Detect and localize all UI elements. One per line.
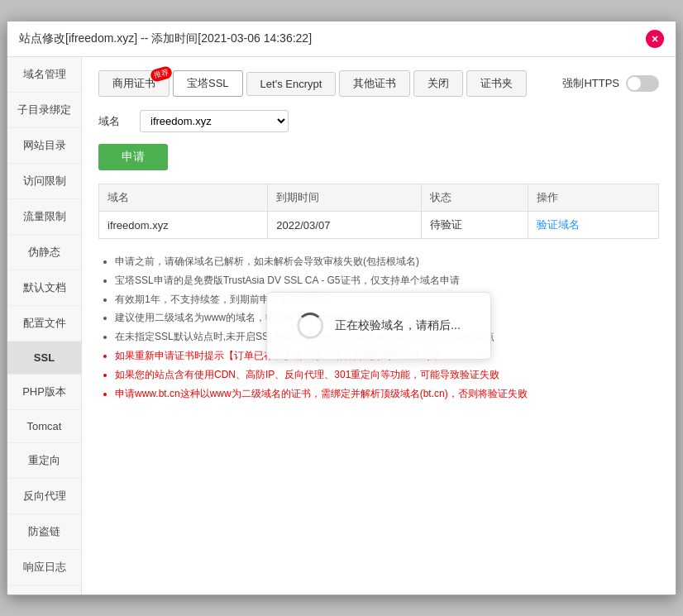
loading-overlay: 正在校验域名，请稍后... [266, 292, 491, 360]
tab-Let's Encrypt[interactable]: Let's Encrypt [246, 72, 337, 96]
modal-header: 站点修改[ifreedom.xyz] -- 添加时间[2021-03-06 14… [7, 21, 676, 57]
tabs-row: 商用证书推荐宝塔SSLLet's Encrypt其他证书关闭证书夹强制HTTPS [98, 70, 659, 97]
col-域名: 域名 [99, 184, 268, 212]
force-https-toggle[interactable] [626, 75, 659, 92]
notes-item: 如果您的站点含有使用CDN、高防IP、反向代理、301重定向等功能，可能导致验证… [115, 365, 659, 384]
domain-label: 域名 [98, 114, 131, 129]
main-content: 商用证书推荐宝塔SSLLet's Encrypt其他证书关闭证书夹强制HTTPS… [82, 57, 676, 595]
tab-宝塔SSL[interactable]: 宝塔SSL [173, 70, 243, 97]
tab-商用证书[interactable]: 商用证书推荐 [98, 70, 170, 97]
notes-item: 申请之前，请确保域名已解析，如未解析会导致审核失败(包括根域名) [115, 252, 659, 271]
sidebar-item-Tomcat[interactable]: Tomcat [7, 410, 81, 443]
sidebar-item-伪静态[interactable]: 伪静态 [7, 235, 81, 270]
col-操作: 操作 [528, 184, 659, 212]
spinner-icon [297, 313, 323, 339]
sidebar-item-PHP版本[interactable]: PHP版本 [7, 375, 81, 410]
cell-expire: 2022/03/07 [268, 212, 422, 239]
table-body: ifreedom.xyz2022/03/07待验证验证域名 [99, 212, 659, 239]
sidebar-item-访问限制[interactable]: 访问限制 [7, 164, 81, 199]
cell-action: 验证域名 [528, 212, 659, 239]
col-到期时间: 到期时间 [268, 184, 422, 212]
cell-status: 待验证 [422, 212, 528, 239]
col-状态: 状态 [422, 184, 528, 212]
tab-证书夹[interactable]: 证书夹 [466, 70, 527, 97]
notes-item: 宝塔SSL申请的是免费版TrustAsia DV SSL CA - G5证书，仅… [115, 271, 659, 290]
verify-link[interactable]: 验证域名 [537, 218, 580, 231]
sidebar-item-防盗链[interactable]: 防盗链 [7, 514, 81, 550]
table-row: ifreedom.xyz2022/03/07待验证验证域名 [99, 212, 659, 239]
apply-button[interactable]: 申请 [98, 144, 168, 170]
sidebar-item-响应日志[interactable]: 响应日志 [7, 550, 81, 585]
notes-item: 申请www.bt.cn这种以www为二级域名的证书，需绑定并解析顶级域名(bt.… [115, 384, 659, 404]
sidebar-item-默认文档[interactable]: 默认文档 [7, 270, 81, 306]
cert-table: 域名到期时间状态操作 ifreedom.xyz2022/03/07待验证验证域名 [98, 184, 659, 239]
force-https-section: 强制HTTPS [562, 75, 659, 92]
sidebar-item-反向代理[interactable]: 反向代理 [7, 479, 81, 514]
sidebar-item-配置文件[interactable]: 配置文件 [7, 306, 81, 341]
modal-body: 域名管理子目录绑定网站目录访问限制流量限制伪静态默认文档配置文件SSLPHP版本… [7, 57, 676, 595]
table-header-row: 域名到期时间状态操作 [99, 184, 659, 212]
sidebar: 域名管理子目录绑定网站目录访问限制流量限制伪静态默认文档配置文件SSLPHP版本… [7, 57, 82, 595]
modal-title: 站点修改[ifreedom.xyz] -- 添加时间[2021-03-06 14… [19, 31, 312, 46]
modal: 站点修改[ifreedom.xyz] -- 添加时间[2021-03-06 14… [7, 21, 676, 595]
tab-关闭[interactable]: 关闭 [413, 70, 463, 97]
sidebar-item-重定向[interactable]: 重定向 [7, 443, 81, 479]
sidebar-item-流量限制[interactable]: 流量限制 [7, 199, 81, 235]
sidebar-item-域名管理[interactable]: 域名管理 [7, 57, 81, 93]
domain-select[interactable]: ifreedom.xyz [140, 110, 289, 132]
force-https-label: 强制HTTPS [562, 76, 619, 91]
cell-domain: ifreedom.xyz [99, 212, 268, 239]
sidebar-item-网站目录[interactable]: 网站目录 [7, 128, 81, 164]
sidebar-item-子目录绑定[interactable]: 子目录绑定 [7, 93, 81, 128]
tab-其他证书[interactable]: 其他证书 [339, 70, 410, 97]
sidebar-item-SSL[interactable]: SSL [7, 341, 81, 375]
domain-row: 域名 ifreedom.xyz [98, 110, 659, 132]
loading-text: 正在校验域名，请稍后... [335, 318, 461, 333]
close-button[interactable]: × [646, 30, 664, 48]
